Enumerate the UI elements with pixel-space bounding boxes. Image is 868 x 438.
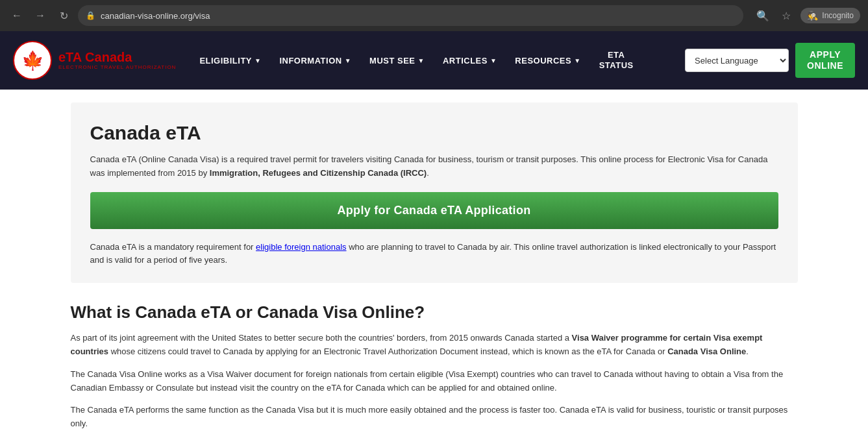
forward-button[interactable]: → xyxy=(31,6,49,25)
site-logo[interactable]: 🍁 eTA Canada Electronic Travel Authoriza… xyxy=(13,41,176,80)
address-bar[interactable]: 🔒 canadian-visa-online.org/visa xyxy=(78,5,743,26)
incognito-icon: 🕵 xyxy=(807,10,818,21)
nav-item-articles[interactable]: ARTICLES ▼ xyxy=(435,51,504,71)
language-select[interactable]: Select Language xyxy=(685,49,789,72)
lock-icon: 🔒 xyxy=(86,11,95,20)
nav-item-eta-status[interactable]: ETASTATUS xyxy=(591,45,641,75)
incognito-label: Incognito xyxy=(822,11,854,20)
nav-item-eligibility[interactable]: ELIGIBILITY ▼ xyxy=(192,51,269,71)
apply-online-button[interactable]: APPLY ONLINE xyxy=(795,43,855,78)
content-card: Canada eTA Canada eTA (Online Canada Vis… xyxy=(71,103,798,283)
chevron-down-icon: ▼ xyxy=(345,57,351,64)
logo-text: eTA Canada Electronic Travel Authorizati… xyxy=(58,50,176,71)
eligible-nationals-link[interactable]: eligible foreign nationals xyxy=(256,242,346,252)
search-button[interactable]: 🔍 xyxy=(754,6,772,25)
page-title: Canada eTA xyxy=(90,122,778,144)
chevron-down-icon: ▼ xyxy=(490,57,497,64)
nav-item-resources[interactable]: RESOURCES ▼ xyxy=(507,51,588,71)
browser-actions: 🔍 ☆ xyxy=(754,6,795,25)
nav-items: ELIGIBILITY ▼ INFORMATION ▼ MUST SEE ▼ A… xyxy=(192,45,685,75)
intro-paragraph: Canada eTA (Online Canada Visa) is a req… xyxy=(90,153,778,180)
site-nav: 🍁 eTA Canada Electronic Travel Authoriza… xyxy=(0,31,868,90)
footer-note: Canada eTA is a mandatory requirement fo… xyxy=(90,241,778,268)
chevron-down-icon: ▼ xyxy=(254,57,261,64)
nav-right: Select Language APPLY ONLINE xyxy=(685,43,855,78)
logo-subtitle: Electronic Travel Authorization xyxy=(58,64,176,71)
reload-button[interactable]: ↻ xyxy=(55,6,73,25)
browser-chrome: ← → ↻ 🔒 canadian-visa-online.org/visa 🔍 … xyxy=(0,0,868,31)
apply-cta-button[interactable]: Apply for Canada eTA Application xyxy=(90,192,778,229)
chevron-down-icon: ▼ xyxy=(574,57,580,64)
section2-para2: The Canada Visa Online works as a Visa W… xyxy=(71,368,798,395)
logo-title: eTA Canada xyxy=(58,50,176,64)
nav-item-information[interactable]: INFORMATION ▼ xyxy=(271,51,359,71)
section2-para3: The Canada eTA performs the same functio… xyxy=(71,404,798,431)
url-text: canadian-visa-online.org/visa xyxy=(101,11,210,21)
main-content: Canada eTA Canada eTA (Online Canada Vis… xyxy=(58,90,811,438)
section2-title: What is Canada eTA or Canada Visa Online… xyxy=(71,302,798,322)
incognito-badge: 🕵 Incognito xyxy=(800,8,860,23)
back-button[interactable]: ← xyxy=(8,6,26,25)
chevron-down-icon: ▼ xyxy=(418,57,425,64)
section2-para1: As part of its joint agreement with the … xyxy=(71,332,798,359)
nav-item-must-see[interactable]: MUST SEE ▼ xyxy=(362,51,432,71)
star-button[interactable]: ☆ xyxy=(777,6,795,25)
logo-circle: 🍁 xyxy=(13,41,52,80)
maple-leaf-icon: 🍁 xyxy=(21,50,44,71)
section-what-is-eta: What is Canada eTA or Canada Visa Online… xyxy=(71,302,798,438)
